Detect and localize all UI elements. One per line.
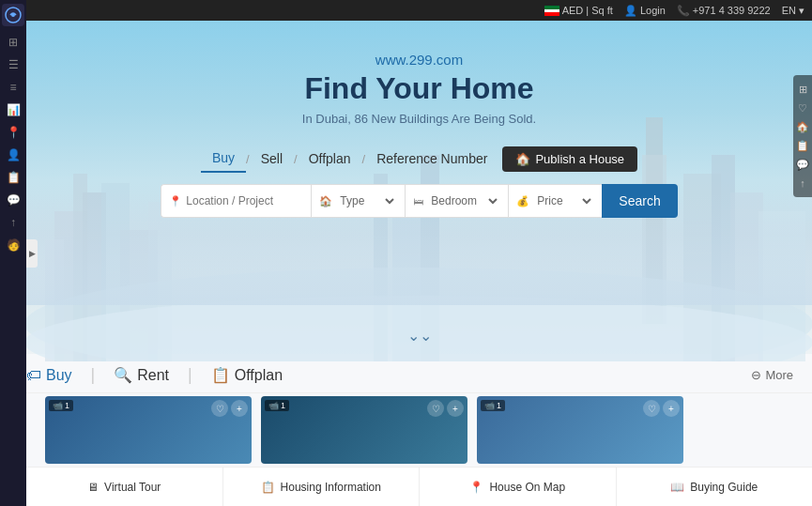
search-button[interactable]: Search: [602, 184, 677, 218]
prop-tab-rent[interactable]: 🔍 Rent: [114, 366, 169, 384]
card-1-favorite[interactable]: ♡: [211, 400, 228, 417]
card-1-badge: 📹 1: [49, 400, 73, 411]
map-icon: 📍: [469, 481, 483, 494]
card-3-add[interactable]: +: [663, 400, 680, 417]
type-select[interactable]: Type Apartment Villa Townhouse: [336, 193, 397, 208]
tab-sell[interactable]: Sell: [250, 146, 294, 172]
login-button[interactable]: 👤 Login: [624, 5, 666, 17]
location-field[interactable]: 📍: [161, 184, 311, 218]
sidebar-toggle[interactable]: ▶: [26, 239, 38, 268]
price-field[interactable]: 💰 Price 500K - 1M 1M - 2M 2M+: [508, 184, 602, 218]
nav-housing-info[interactable]: 📋 Housing Information: [223, 468, 421, 506]
prop-tab-offplan[interactable]: 📋 Offplan: [211, 366, 283, 384]
location-input[interactable]: [186, 194, 308, 207]
more-link[interactable]: ⊖ More: [751, 368, 793, 382]
card-2-badge: 📹 1: [265, 400, 289, 411]
bed-icon: 🛏: [413, 195, 423, 207]
right-home-icon[interactable]: 🏠: [794, 118, 811, 135]
sidebar-location-icon[interactable]: 📍: [3, 122, 23, 143]
price-select[interactable]: Price 500K - 1M 1M - 2M 2M+: [533, 193, 594, 208]
sidebar-chart-icon[interactable]: 📊: [3, 100, 23, 120]
chevron-down-icon: ▾: [799, 5, 804, 17]
card-1-add[interactable]: +: [231, 400, 248, 417]
right-sidebar: ⊞ ♡ 🏠 📋 💬 ↑: [793, 75, 812, 197]
video-icon-2: 📹: [268, 401, 279, 410]
sidebar-menu-icon[interactable]: ≡: [3, 77, 23, 98]
sidebar-user-icon[interactable]: 👤: [3, 145, 23, 165]
search-bar: 📍 🏠 Type Apartment Villa Townhouse 🛏 Bed…: [129, 184, 711, 218]
hero-url: www.299.com: [26, 52, 812, 68]
right-heart-icon[interactable]: ♡: [794, 100, 811, 116]
location-icon: 📍: [169, 195, 182, 207]
book-icon: 📖: [670, 481, 684, 494]
card-2-add[interactable]: +: [447, 400, 464, 417]
hero-text-area: www.299.com Find Your Home In Dubai, 86 …: [26, 0, 812, 218]
offplan-icon: 📋: [211, 366, 230, 384]
sidebar-chat-icon[interactable]: 💬: [3, 190, 23, 210]
hero-title: Find Your Home: [26, 71, 812, 106]
video-icon-3: 📹: [484, 401, 495, 410]
bottom-nav: 🖥 Virtual Tour 📋 Housing Information 📍 H…: [26, 467, 812, 506]
property-card-3[interactable]: 📹 1 ♡ +: [477, 396, 683, 464]
type-field[interactable]: 🏠 Type Apartment Villa Townhouse: [311, 184, 405, 218]
currency-selector[interactable]: AED | Sq ft: [544, 5, 613, 16]
svg-point-1: [11, 13, 15, 17]
tab-reference[interactable]: Reference Number: [365, 146, 498, 172]
type-icon: 🏠: [319, 195, 332, 207]
hero-nav-tabs: Buy / Sell / Offplan / Reference Number …: [26, 145, 812, 173]
flag-icon: [544, 6, 559, 16]
card-3-actions: ♡ +: [643, 400, 680, 417]
bedroom-field[interactable]: 🛏 Bedroom 1 2 3 4+: [405, 184, 508, 218]
nav-virtual-tour[interactable]: 🖥 Virtual Tour: [26, 468, 223, 506]
housing-info-icon: 📋: [261, 481, 275, 494]
card-2-favorite[interactable]: ♡: [427, 400, 444, 417]
lower-section: 🏷 Buy | 🔍 Rent | 📋 Offplan ⊖ More 📹 1 ♡ …: [26, 354, 812, 467]
tag-icon: 🏷: [26, 367, 41, 384]
sidebar-doc-icon[interactable]: 📋: [3, 167, 23, 188]
bedroom-select[interactable]: Bedroom 1 2 3 4+: [427, 193, 500, 208]
property-card-1[interactable]: 📹 1 ♡ +: [45, 396, 252, 464]
publish-house-button[interactable]: 🏠 Publish a House: [502, 146, 637, 172]
logo-button[interactable]: [2, 4, 24, 26]
phone-icon: 📞: [677, 5, 690, 17]
right-grid-icon[interactable]: ⊞: [794, 81, 811, 98]
top-bar: AED | Sq ft 👤 Login 📞 +971 4 339 9222 EN…: [26, 0, 812, 21]
nav-house-on-map[interactable]: 📍 House On Map: [420, 468, 617, 506]
sidebar-person-icon[interactable]: 🧑: [3, 235, 23, 255]
prop-tab-buy[interactable]: 🏷 Buy: [26, 367, 72, 384]
hero-section: ⊞ ♡ 🏠 📋 💬 ↑ www.299.com Find Your Home I…: [26, 0, 812, 361]
language-selector[interactable]: EN ▾: [782, 5, 804, 17]
video-icon: 📹: [53, 401, 63, 410]
minus-circle-icon: ⊖: [751, 368, 761, 382]
home-icon: 🏠: [515, 152, 530, 166]
hero-subtitle: In Dubai, 86 New Buildings Are Being Sol…: [26, 112, 812, 126]
tab-buy[interactable]: Buy: [201, 145, 246, 173]
phone-number[interactable]: 📞 +971 4 339 9222: [677, 5, 771, 17]
search-icon: 🔍: [114, 366, 132, 384]
right-chat-icon[interactable]: 💬: [794, 156, 811, 173]
property-cards-row: 📹 1 ♡ + 📹 1 ♡ + 📹 1 ♡: [26, 393, 812, 467]
right-doc-icon[interactable]: 📋: [794, 137, 811, 154]
tab-offplan[interactable]: Offplan: [298, 146, 362, 172]
monitor-icon: 🖥: [87, 481, 99, 494]
card-1-actions: ♡ +: [211, 400, 248, 417]
card-3-badge: 📹 1: [481, 400, 505, 411]
sidebar-up-icon[interactable]: ↑: [3, 212, 23, 233]
card-2-actions: ♡ +: [427, 400, 464, 417]
price-icon: 💰: [516, 195, 529, 207]
scroll-down-indicator[interactable]: ⌄⌄: [407, 327, 432, 345]
nav-buying-guide[interactable]: 📖 Buying Guide: [617, 468, 813, 506]
property-card-2[interactable]: 📹 1 ♡ +: [261, 396, 467, 464]
user-icon: 👤: [624, 5, 637, 17]
left-sidebar: ⊞ ☰ ≡ 📊 📍 👤 📋 💬 ↑ 🧑: [0, 0, 26, 506]
currency-label: AED | Sq ft: [562, 5, 613, 16]
sidebar-list-icon[interactable]: ☰: [3, 54, 23, 75]
logo-icon: [5, 7, 22, 23]
card-3-favorite[interactable]: ♡: [643, 400, 660, 417]
sidebar-grid-icon[interactable]: ⊞: [3, 32, 23, 53]
right-up-icon[interactable]: ↑: [794, 175, 811, 192]
